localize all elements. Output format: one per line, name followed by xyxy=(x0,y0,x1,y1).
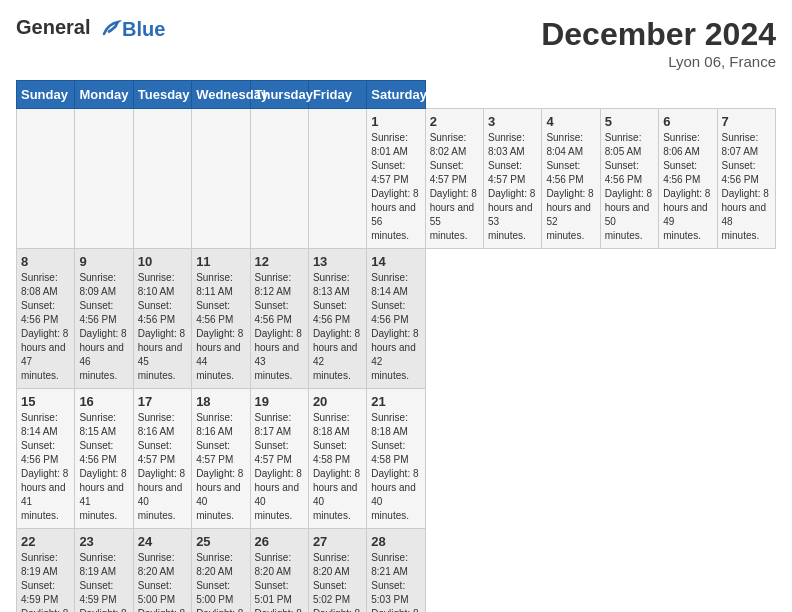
day-number: 17 xyxy=(138,394,187,409)
calendar-cell: 6Sunrise: 8:06 AMSunset: 4:56 PMDaylight… xyxy=(659,109,717,249)
day-info: Sunrise: 8:14 AMSunset: 4:56 PMDaylight:… xyxy=(21,411,70,523)
calendar-cell: 19Sunrise: 8:17 AMSunset: 4:57 PMDayligh… xyxy=(250,389,308,529)
day-info: Sunrise: 8:19 AMSunset: 4:59 PMDaylight:… xyxy=(79,551,128,612)
day-number: 24 xyxy=(138,534,187,549)
day-number: 25 xyxy=(196,534,245,549)
calendar-cell: 18Sunrise: 8:16 AMSunset: 4:57 PMDayligh… xyxy=(192,389,250,529)
day-number: 20 xyxy=(313,394,362,409)
day-header-wednesday: Wednesday xyxy=(192,81,250,109)
calendar-cell: 11Sunrise: 8:11 AMSunset: 4:56 PMDayligh… xyxy=(192,249,250,389)
logo-blue: Blue xyxy=(122,18,165,41)
day-number: 4 xyxy=(546,114,595,129)
day-info: Sunrise: 8:04 AMSunset: 4:56 PMDaylight:… xyxy=(546,131,595,243)
day-info: Sunrise: 8:20 AMSunset: 5:00 PMDaylight:… xyxy=(196,551,245,612)
day-info: Sunrise: 8:03 AMSunset: 4:57 PMDaylight:… xyxy=(488,131,537,243)
day-info: Sunrise: 8:18 AMSunset: 4:58 PMDaylight:… xyxy=(313,411,362,523)
title-block: December 2024 Lyon 06, France xyxy=(541,16,776,70)
day-header-friday: Friday xyxy=(308,81,366,109)
day-info: Sunrise: 8:06 AMSunset: 4:56 PMDaylight:… xyxy=(663,131,712,243)
calendar-header-row: SundayMondayTuesdayWednesdayThursdayFrid… xyxy=(17,81,776,109)
day-number: 3 xyxy=(488,114,537,129)
day-number: 26 xyxy=(255,534,304,549)
day-info: Sunrise: 8:16 AMSunset: 4:57 PMDaylight:… xyxy=(138,411,187,523)
calendar-cell: 26Sunrise: 8:20 AMSunset: 5:01 PMDayligh… xyxy=(250,529,308,613)
day-number: 14 xyxy=(371,254,420,269)
calendar-cell: 1Sunrise: 8:01 AMSunset: 4:57 PMDaylight… xyxy=(367,109,425,249)
day-number: 1 xyxy=(371,114,420,129)
day-number: 27 xyxy=(313,534,362,549)
page-header: General Blue December 2024 Lyon 06, Fran… xyxy=(16,16,776,70)
calendar-cell: 8Sunrise: 8:08 AMSunset: 4:56 PMDaylight… xyxy=(17,249,75,389)
day-number: 21 xyxy=(371,394,420,409)
day-info: Sunrise: 8:17 AMSunset: 4:57 PMDaylight:… xyxy=(255,411,304,523)
day-header-saturday: Saturday xyxy=(367,81,425,109)
day-info: Sunrise: 8:01 AMSunset: 4:57 PMDaylight:… xyxy=(371,131,420,243)
calendar-cell: 4Sunrise: 8:04 AMSunset: 4:56 PMDaylight… xyxy=(542,109,600,249)
calendar-cell xyxy=(75,109,133,249)
calendar-week-2: 8Sunrise: 8:08 AMSunset: 4:56 PMDaylight… xyxy=(17,249,776,389)
calendar-cell: 25Sunrise: 8:20 AMSunset: 5:00 PMDayligh… xyxy=(192,529,250,613)
calendar-cell: 24Sunrise: 8:20 AMSunset: 5:00 PMDayligh… xyxy=(133,529,191,613)
calendar-cell: 16Sunrise: 8:15 AMSunset: 4:56 PMDayligh… xyxy=(75,389,133,529)
calendar-week-3: 15Sunrise: 8:14 AMSunset: 4:56 PMDayligh… xyxy=(17,389,776,529)
day-info: Sunrise: 8:05 AMSunset: 4:56 PMDaylight:… xyxy=(605,131,654,243)
calendar-cell xyxy=(17,109,75,249)
calendar-cell: 14Sunrise: 8:14 AMSunset: 4:56 PMDayligh… xyxy=(367,249,425,389)
calendar-cell: 23Sunrise: 8:19 AMSunset: 4:59 PMDayligh… xyxy=(75,529,133,613)
calendar-cell: 28Sunrise: 8:21 AMSunset: 5:03 PMDayligh… xyxy=(367,529,425,613)
day-number: 28 xyxy=(371,534,420,549)
day-number: 12 xyxy=(255,254,304,269)
calendar-cell: 5Sunrise: 8:05 AMSunset: 4:56 PMDaylight… xyxy=(600,109,658,249)
calendar-cell: 27Sunrise: 8:20 AMSunset: 5:02 PMDayligh… xyxy=(308,529,366,613)
calendar-cell xyxy=(308,109,366,249)
day-info: Sunrise: 8:16 AMSunset: 4:57 PMDaylight:… xyxy=(196,411,245,523)
calendar-cell: 13Sunrise: 8:13 AMSunset: 4:56 PMDayligh… xyxy=(308,249,366,389)
logo-bird-icon xyxy=(98,16,124,42)
day-info: Sunrise: 8:15 AMSunset: 4:56 PMDaylight:… xyxy=(79,411,128,523)
calendar-cell: 17Sunrise: 8:16 AMSunset: 4:57 PMDayligh… xyxy=(133,389,191,529)
calendar-cell: 10Sunrise: 8:10 AMSunset: 4:56 PMDayligh… xyxy=(133,249,191,389)
calendar-body: 1Sunrise: 8:01 AMSunset: 4:57 PMDaylight… xyxy=(17,109,776,613)
day-number: 2 xyxy=(430,114,479,129)
calendar-week-1: 1Sunrise: 8:01 AMSunset: 4:57 PMDaylight… xyxy=(17,109,776,249)
day-number: 22 xyxy=(21,534,70,549)
day-number: 18 xyxy=(196,394,245,409)
calendar-week-4: 22Sunrise: 8:19 AMSunset: 4:59 PMDayligh… xyxy=(17,529,776,613)
calendar-cell: 12Sunrise: 8:12 AMSunset: 4:56 PMDayligh… xyxy=(250,249,308,389)
day-number: 9 xyxy=(79,254,128,269)
day-info: Sunrise: 8:14 AMSunset: 4:56 PMDaylight:… xyxy=(371,271,420,383)
day-header-tuesday: Tuesday xyxy=(133,81,191,109)
day-number: 13 xyxy=(313,254,362,269)
month-title: December 2024 xyxy=(541,16,776,53)
calendar-cell: 15Sunrise: 8:14 AMSunset: 4:56 PMDayligh… xyxy=(17,389,75,529)
calendar-cell xyxy=(133,109,191,249)
day-info: Sunrise: 8:02 AMSunset: 4:57 PMDaylight:… xyxy=(430,131,479,243)
day-info: Sunrise: 8:07 AMSunset: 4:56 PMDaylight:… xyxy=(722,131,772,243)
calendar-cell: 20Sunrise: 8:18 AMSunset: 4:58 PMDayligh… xyxy=(308,389,366,529)
day-number: 10 xyxy=(138,254,187,269)
day-number: 8 xyxy=(21,254,70,269)
calendar-cell: 2Sunrise: 8:02 AMSunset: 4:57 PMDaylight… xyxy=(425,109,483,249)
logo: General Blue xyxy=(16,16,165,42)
calendar-table: SundayMondayTuesdayWednesdayThursdayFrid… xyxy=(16,80,776,612)
day-header-sunday: Sunday xyxy=(17,81,75,109)
day-info: Sunrise: 8:08 AMSunset: 4:56 PMDaylight:… xyxy=(21,271,70,383)
day-number: 6 xyxy=(663,114,712,129)
day-number: 16 xyxy=(79,394,128,409)
day-info: Sunrise: 8:12 AMSunset: 4:56 PMDaylight:… xyxy=(255,271,304,383)
logo-general: General xyxy=(16,16,90,38)
day-info: Sunrise: 8:20 AMSunset: 5:00 PMDaylight:… xyxy=(138,551,187,612)
calendar-cell: 9Sunrise: 8:09 AMSunset: 4:56 PMDaylight… xyxy=(75,249,133,389)
day-info: Sunrise: 8:13 AMSunset: 4:56 PMDaylight:… xyxy=(313,271,362,383)
calendar-cell: 22Sunrise: 8:19 AMSunset: 4:59 PMDayligh… xyxy=(17,529,75,613)
day-number: 15 xyxy=(21,394,70,409)
calendar-cell xyxy=(250,109,308,249)
day-info: Sunrise: 8:20 AMSunset: 5:02 PMDaylight:… xyxy=(313,551,362,612)
day-info: Sunrise: 8:19 AMSunset: 4:59 PMDaylight:… xyxy=(21,551,70,612)
day-number: 23 xyxy=(79,534,128,549)
calendar-cell: 21Sunrise: 8:18 AMSunset: 4:58 PMDayligh… xyxy=(367,389,425,529)
day-info: Sunrise: 8:09 AMSunset: 4:56 PMDaylight:… xyxy=(79,271,128,383)
day-header-monday: Monday xyxy=(75,81,133,109)
calendar-cell: 3Sunrise: 8:03 AMSunset: 4:57 PMDaylight… xyxy=(484,109,542,249)
calendar-cell xyxy=(192,109,250,249)
